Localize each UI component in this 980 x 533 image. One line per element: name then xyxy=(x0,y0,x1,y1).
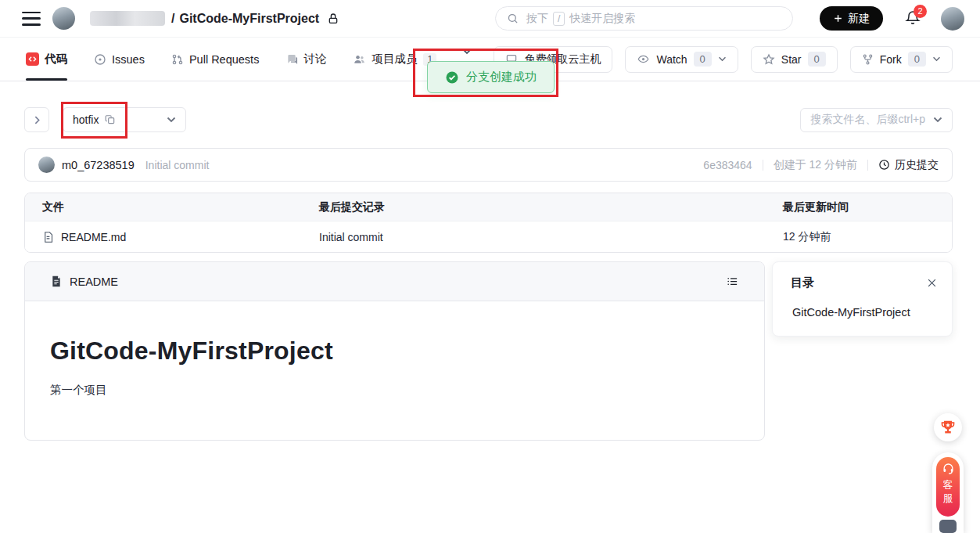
watch-button[interactable]: Watch 0 xyxy=(625,46,738,73)
breadcrumb-separator: / xyxy=(171,12,174,26)
repo-name[interactable]: GitCode-MyFirstProject xyxy=(179,12,319,26)
divider xyxy=(763,160,763,171)
tab-members[interactable]: 项目成员 xyxy=(353,38,417,81)
file-search-input[interactable]: 搜索文件名、后缀ctrl+p xyxy=(800,108,953,132)
plus-icon xyxy=(833,13,843,23)
chevron-down-icon xyxy=(933,117,942,123)
readme-doc-icon xyxy=(50,275,63,288)
watch-count: 0 xyxy=(694,52,712,67)
commit-author-avatar[interactable] xyxy=(38,157,55,173)
headset-icon xyxy=(942,463,955,475)
chevron-right-icon xyxy=(32,115,42,125)
search-icon xyxy=(507,13,519,24)
rewards-button[interactable] xyxy=(934,413,962,441)
commit-history-link[interactable]: 历史提交 xyxy=(878,158,939,172)
commit-message[interactable]: Initial commit xyxy=(145,159,210,171)
readme-title: README xyxy=(70,276,118,288)
tab-issues[interactable]: Issues xyxy=(94,38,145,81)
slash-key-icon: / xyxy=(553,12,565,26)
toc-toggle-icon[interactable] xyxy=(726,276,739,287)
readme-panel: README GitCode-MyFirstProject 第一个项目 xyxy=(24,261,765,441)
customer-service-label: 客服 xyxy=(942,478,953,505)
row-updated-time: 12 分钟前 xyxy=(783,230,952,244)
success-toast: 分支创建成功 xyxy=(427,61,555,93)
star-button[interactable]: Star 0 xyxy=(751,46,838,73)
readme-content: GitCode-MyFirstProject 第一个项目 xyxy=(25,301,764,440)
close-icon[interactable] xyxy=(926,277,938,289)
column-file: 文件 xyxy=(42,200,319,214)
file-table-header: 文件 最后提交记录 最后更新时间 xyxy=(25,193,952,221)
commit-hash[interactable]: 6e383464 xyxy=(703,159,752,171)
code-icon xyxy=(26,52,39,66)
new-button[interactable]: 新建 xyxy=(820,6,883,31)
branch-toolbar: hotfix 搜索文件名、后缀ctrl+p xyxy=(24,107,953,132)
discussion-icon xyxy=(285,53,298,66)
star-count: 0 xyxy=(808,52,826,67)
file-icon xyxy=(42,231,54,243)
fork-button[interactable]: Fork 0 xyxy=(850,46,953,73)
top-bar: / GitCode-MyFirstProject 按下 / 快速开启搜索 新建 … xyxy=(0,0,980,38)
check-circle-icon xyxy=(445,70,459,85)
pull-request-icon xyxy=(171,53,184,66)
redacted-username xyxy=(90,11,165,26)
commit-created-time: 创建于 12 分钟前 xyxy=(774,158,857,172)
menu-icon[interactable] xyxy=(22,12,41,26)
toc-link[interactable]: GitCode-MyFirstProject xyxy=(791,306,938,319)
divider xyxy=(867,160,868,171)
search-placeholder: 按下 / 快速开启搜索 xyxy=(526,12,635,26)
row-commit-message[interactable]: Initial commit xyxy=(319,231,783,243)
chevron-down-icon xyxy=(167,117,176,123)
notification-badge: 2 xyxy=(914,5,927,18)
column-last-commit: 最后提交记录 xyxy=(319,200,783,214)
expand-sidebar-button[interactable] xyxy=(24,107,49,132)
column-last-updated: 最后更新时间 xyxy=(783,200,952,214)
toast-message: 分支创建成功 xyxy=(466,70,537,85)
owner-avatar[interactable] xyxy=(52,7,75,30)
toc-title: 目录 xyxy=(791,276,814,290)
trophy-icon xyxy=(940,420,956,435)
fork-icon xyxy=(862,53,874,66)
watch-eye-icon xyxy=(637,53,650,65)
notifications-button[interactable]: 2 xyxy=(905,9,922,28)
app-root: / GitCode-MyFirstProject 按下 / 快速开启搜索 新建 … xyxy=(0,0,980,533)
customer-service-widget: 客服 xyxy=(932,452,964,533)
chevron-down-icon[interactable] xyxy=(462,49,472,55)
repo-main: hotfix 搜索文件名、后缀ctrl+p m0_67238519 Initia… xyxy=(0,107,980,441)
readme-header: README xyxy=(25,262,764,301)
chevron-down-icon xyxy=(932,56,941,62)
branch-name: hotfix xyxy=(73,113,99,126)
copy-icon[interactable] xyxy=(105,114,116,125)
fork-count: 0 xyxy=(908,52,926,67)
readme-paragraph: 第一个项目 xyxy=(50,383,739,398)
feedback-icon[interactable] xyxy=(939,520,957,533)
table-row[interactable]: README.md Initial commit 12 分钟前 xyxy=(25,221,952,252)
chevron-down-icon xyxy=(718,56,727,62)
clock-icon xyxy=(878,159,890,171)
tab-code[interactable]: 代码 xyxy=(26,38,67,81)
file-table: 文件 最后提交记录 最后更新时间 README.md Initial commi… xyxy=(24,193,953,253)
global-search-input[interactable]: 按下 / 快速开启搜索 xyxy=(495,6,793,31)
commit-author[interactable]: m0_67238519 xyxy=(62,159,135,171)
user-avatar[interactable] xyxy=(941,7,964,31)
tab-pull-requests[interactable]: Pull Requests xyxy=(171,38,259,81)
repo-action-buttons: 免费领取云主机 Watch 0 Star 0 xyxy=(494,46,953,73)
file-link[interactable]: README.md xyxy=(42,231,319,243)
star-icon xyxy=(763,53,775,66)
repo-breadcrumb[interactable]: / GitCode-MyFirstProject xyxy=(171,12,319,26)
latest-commit-bar: m0_67238519 Initial commit 6e383464 创建于 … xyxy=(24,148,953,182)
members-icon xyxy=(353,53,366,66)
toc-panel: 目录 GitCode-MyFirstProject xyxy=(772,261,953,337)
readme-heading: GitCode-MyFirstProject xyxy=(50,337,739,366)
tab-discussion[interactable]: 讨论 xyxy=(285,38,326,81)
customer-service-button[interactable]: 客服 xyxy=(936,457,960,517)
branch-selector[interactable]: hotfix xyxy=(63,107,186,132)
issue-icon xyxy=(94,53,106,66)
lock-icon xyxy=(327,13,339,25)
